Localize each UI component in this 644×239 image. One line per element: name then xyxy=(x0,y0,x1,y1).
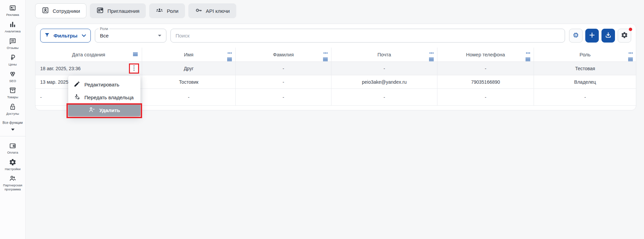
add-employee-button[interactable] xyxy=(585,29,599,43)
role-filter-label: Роли xyxy=(99,27,109,31)
sidebar-divider xyxy=(0,136,26,136)
chevron-down-icon xyxy=(81,33,87,38)
sidebar-item-label: Аналитика xyxy=(4,29,21,33)
sidebar-item-ads[interactable]: Реклама xyxy=(0,4,26,17)
column-header-created-date[interactable]: Дата создания xyxy=(35,48,142,61)
filter-funnel-icon xyxy=(44,32,50,39)
filters-button-label: Фильтры xyxy=(53,33,77,39)
kebab-menu-icon[interactable] xyxy=(133,65,135,72)
cell-created-date: 18 авг. 2025, 23:36 xyxy=(35,62,142,75)
notification-dot xyxy=(629,28,632,31)
sidebar-item-prices[interactable]: Цены xyxy=(0,54,26,67)
cell-role: Тестовая xyxy=(534,62,636,75)
column-more-icon[interactable] xyxy=(429,49,434,55)
employee-badge-icon xyxy=(42,6,49,15)
column-header-email[interactable]: Почта xyxy=(331,48,437,61)
cell-name: Друг xyxy=(142,62,236,75)
sidebar-item-analytics[interactable]: Аналитика xyxy=(0,21,26,33)
cell-phone: 79035166890 xyxy=(437,75,534,88)
context-menu-item-label: Передать владельца xyxy=(84,95,134,100)
ads-icon xyxy=(9,4,17,12)
search-input[interactable] xyxy=(176,33,560,38)
section-tabs: Сотрудники Приглашения xyxy=(35,3,236,18)
sidebar-item-label: Оплата xyxy=(6,151,19,155)
column-more-icon[interactable] xyxy=(323,49,328,55)
column-header-name[interactable]: Имя xyxy=(142,48,236,61)
context-menu-item-edit[interactable]: Редактировать xyxy=(68,78,140,91)
context-menu-item-transfer-owner[interactable]: Передать владельца xyxy=(68,91,140,104)
column-header-label: Номер телефона xyxy=(466,52,505,57)
sidebar: Реклама Аналитика Отзывы xyxy=(0,0,26,239)
column-header-surname[interactable]: Фамилия xyxy=(236,48,331,61)
api-key-icon xyxy=(195,6,203,15)
context-menu-item-delete[interactable]: Удалить xyxy=(68,104,140,116)
sidebar-item-label: Реклама xyxy=(5,13,20,17)
sidebar-item-partner-program[interactable]: Партнерская программа xyxy=(0,175,26,191)
cell-phone: - xyxy=(437,89,534,105)
download-icon xyxy=(605,31,612,40)
row-context-menu: Редактировать Передать владельца Удали xyxy=(68,76,140,116)
integration-button[interactable] xyxy=(569,29,583,43)
cell-name: Тостовик xyxy=(142,75,236,88)
tab-api-keys[interactable]: API ключи xyxy=(188,3,236,18)
dropdown-caret-icon xyxy=(158,35,161,36)
seo-icon xyxy=(9,70,17,78)
role-filter-select[interactable]: Роли Все xyxy=(95,29,166,43)
cell-role: - xyxy=(534,89,636,105)
sidebar-item-products[interactable]: Товары xyxy=(0,86,26,99)
sidebar-item-label: Партнерская программа xyxy=(0,183,26,191)
context-menu-item-label: Редактировать xyxy=(84,82,119,87)
toolbar-buttons xyxy=(569,29,631,43)
cell-surname: - xyxy=(236,62,331,75)
export-button[interactable] xyxy=(601,29,615,43)
table-row[interactable]: 18 авг. 2025, 23:36 Друг - - - Тестовая xyxy=(35,62,636,75)
row-actions-highlight-box xyxy=(129,63,139,74)
sidebar-item-label: Цены xyxy=(8,62,17,67)
payment-icon xyxy=(9,142,17,150)
tab-label: Роли xyxy=(167,8,179,14)
column-header-label: Фамилия xyxy=(273,52,294,57)
sidebar-item-payment[interactable]: Оплата xyxy=(0,142,26,155)
column-header-label: Роль xyxy=(580,52,591,57)
sidebar-item-seo[interactable]: SEO xyxy=(0,70,26,83)
cell-email: - xyxy=(331,89,437,105)
employees-page: Реклама Аналитика Отзывы xyxy=(0,0,644,239)
sidebar-item-label: Товары xyxy=(6,95,19,99)
sidebar-item-settings[interactable]: Настройки xyxy=(0,158,26,171)
tab-employees[interactable]: Сотрудники xyxy=(35,3,86,18)
cell-email: - xyxy=(331,62,437,75)
sidebar-item-label: Настройки xyxy=(4,167,21,171)
analytics-icon xyxy=(9,21,17,28)
cell-surname: - xyxy=(236,75,331,88)
table-settings-button[interactable] xyxy=(618,29,631,43)
cell-name: - xyxy=(142,89,236,105)
gear-icon xyxy=(9,158,17,166)
roles-icon xyxy=(156,6,163,15)
column-header-label: Имя xyxy=(184,52,193,57)
remove-user-icon xyxy=(88,106,95,114)
chip-icon xyxy=(572,31,580,40)
column-menu-icon[interactable] xyxy=(133,52,138,57)
edit-icon xyxy=(74,81,80,88)
cell-phone: - xyxy=(437,62,534,75)
filters-button[interactable]: Фильтры xyxy=(40,29,91,43)
cell-email: peio3ake@yandex.ru xyxy=(331,75,437,88)
sidebar-item-all-functions[interactable]: Все функции xyxy=(0,121,26,131)
column-more-icon[interactable] xyxy=(526,49,530,55)
tab-roles[interactable]: Роли xyxy=(149,3,185,18)
tab-label: Сотрудники xyxy=(53,8,80,14)
transfer-owner-icon xyxy=(74,94,80,101)
sidebar-item-access[interactable]: Доступы xyxy=(0,103,26,116)
plus-icon xyxy=(588,31,596,40)
partner-program-icon xyxy=(9,175,17,182)
sidebar-item-reviews[interactable]: Отзывы xyxy=(0,37,26,50)
gear-icon xyxy=(621,31,628,40)
column-more-icon[interactable] xyxy=(227,49,232,55)
column-header-role[interactable]: Роль xyxy=(534,48,636,61)
sidebar-item-label: Доступы xyxy=(6,112,20,116)
column-more-icon[interactable] xyxy=(628,49,633,55)
column-header-phone[interactable]: Номер телефона xyxy=(437,48,534,61)
search-field xyxy=(170,29,565,43)
tab-invitations[interactable]: Приглашения xyxy=(90,3,146,18)
tab-label: Приглашения xyxy=(107,8,139,14)
